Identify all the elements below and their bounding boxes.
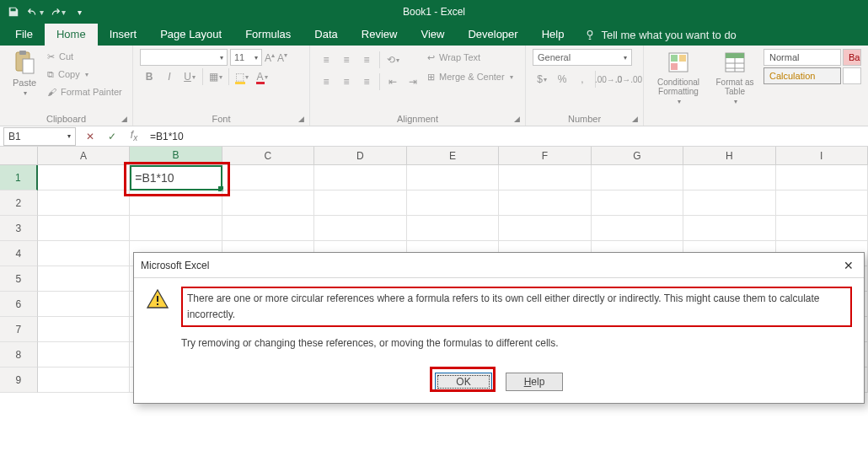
align-center-button[interactable]: ≡	[337, 73, 356, 90]
row-header[interactable]: 3	[0, 216, 38, 241]
tab-page-layout[interactable]: Page Layout	[148, 24, 233, 46]
cell[interactable]	[314, 165, 406, 190]
cell[interactable]	[683, 216, 775, 241]
style-normal[interactable]: Normal	[764, 49, 841, 66]
cell[interactable]	[776, 165, 868, 190]
cell[interactable]	[222, 216, 314, 241]
number-format-select[interactable]: General▾	[533, 49, 632, 66]
cell[interactable]	[38, 165, 130, 190]
col-header[interactable]: D	[314, 147, 406, 164]
dialog-launcher-icon[interactable]: ◢	[121, 115, 127, 123]
col-header[interactable]: I	[776, 147, 868, 164]
row-header[interactable]: 8	[0, 342, 38, 367]
paste-button[interactable]: Paste ▾	[7, 49, 42, 97]
style-bad[interactable]: Ba	[843, 49, 861, 66]
decrease-font-button[interactable]: A▾	[277, 51, 287, 64]
col-header[interactable]: E	[407, 147, 499, 164]
underline-button[interactable]: U▾	[180, 68, 199, 85]
cell[interactable]	[130, 216, 222, 241]
ok-button[interactable]: OK	[435, 373, 492, 391]
cell[interactable]	[499, 165, 591, 190]
dialog-launcher-icon[interactable]: ◢	[632, 115, 638, 123]
cell[interactable]	[38, 216, 130, 241]
col-header[interactable]: A	[38, 147, 130, 164]
tab-view[interactable]: View	[409, 24, 456, 46]
redo-button[interactable]: ▾	[47, 3, 67, 21]
wrap-text-button[interactable]: ↩Wrap Text	[427, 49, 513, 66]
cell[interactable]	[38, 367, 130, 393]
tab-review[interactable]: Review	[350, 24, 410, 46]
qat-customize-button[interactable]: ▾	[69, 3, 89, 21]
cell[interactable]	[38, 317, 130, 342]
cell[interactable]	[38, 292, 130, 317]
align-left-button[interactable]: ≡	[317, 73, 335, 90]
borders-button[interactable]: ▦▾	[206, 68, 225, 85]
row-header[interactable]: 7	[0, 317, 38, 342]
cell[interactable]	[592, 216, 683, 241]
percent-format-button[interactable]: %	[553, 71, 571, 88]
decrease-decimal-button[interactable]: .0→.00	[619, 71, 638, 88]
cell[interactable]	[407, 190, 499, 216]
merge-center-button[interactable]: ⊞Merge & Center▾	[427, 68, 513, 85]
col-header[interactable]: H	[683, 147, 775, 164]
font-color-button[interactable]: A▾	[253, 68, 271, 85]
row-header[interactable]: 1	[0, 165, 38, 190]
row-header[interactable]: 2	[0, 190, 38, 216]
font-name-select[interactable]: ▾	[140, 49, 228, 66]
col-header[interactable]: B	[130, 147, 222, 164]
enter-button[interactable]: ✓	[101, 127, 123, 146]
formula-input[interactable]: =B1*10	[145, 131, 868, 142]
cell[interactable]	[314, 216, 406, 241]
cell[interactable]	[314, 190, 406, 216]
orientation-button[interactable]: ⟲▾	[383, 51, 402, 68]
conditional-formatting-button[interactable]: Conditional Formatting▾	[651, 49, 706, 105]
tab-help[interactable]: Help	[530, 24, 576, 46]
cell[interactable]	[776, 190, 868, 216]
align-right-button[interactable]: ≡	[357, 73, 376, 90]
cell[interactable]	[38, 266, 130, 292]
cell[interactable]	[776, 216, 868, 241]
cell[interactable]	[499, 190, 591, 216]
font-size-select[interactable]: 11▾	[230, 49, 262, 66]
cell[interactable]	[38, 241, 130, 266]
col-header[interactable]: F	[499, 147, 591, 164]
cell[interactable]	[592, 190, 683, 216]
copy-button[interactable]: ⧉Copy▾	[47, 67, 122, 82]
cell[interactable]	[222, 190, 314, 216]
increase-indent-button[interactable]: ⇥	[404, 73, 422, 90]
tab-developer[interactable]: Developer	[456, 24, 529, 46]
cell[interactable]	[130, 190, 222, 216]
help-button[interactable]: Help	[506, 373, 563, 391]
col-header[interactable]: C	[222, 147, 314, 164]
style-calculation[interactable]: Calculation	[764, 67, 841, 84]
italic-button[interactable]: I	[160, 68, 179, 85]
tell-me-search[interactable]: Tell me what you want to do	[584, 29, 736, 46]
tab-formulas[interactable]: Formulas	[233, 24, 303, 46]
format-as-table-button[interactable]: Format as Table▾	[711, 49, 758, 105]
dialog-launcher-icon[interactable]: ◢	[298, 115, 304, 123]
cancel-button[interactable]: ✕	[79, 127, 101, 146]
cell[interactable]	[222, 165, 314, 190]
name-box[interactable]: B1▾	[3, 127, 76, 146]
cell[interactable]	[683, 190, 775, 216]
cell-active[interactable]: =B1*10	[130, 165, 222, 190]
cell[interactable]	[592, 165, 683, 190]
save-icon[interactable]	[3, 3, 24, 21]
insert-function-button[interactable]: fx	[123, 127, 145, 146]
cell[interactable]	[683, 165, 775, 190]
increase-font-button[interactable]: A▴	[265, 51, 275, 64]
cell[interactable]	[38, 342, 130, 367]
row-header[interactable]: 4	[0, 241, 38, 266]
accounting-format-button[interactable]: $▾	[533, 71, 551, 88]
decrease-indent-button[interactable]: ⇤	[383, 73, 402, 90]
row-header[interactable]: 5	[0, 266, 38, 292]
cell-styles-gallery[interactable]: Normal Ba Calculation	[764, 49, 861, 84]
align-top-button[interactable]: ≡	[317, 51, 335, 68]
fill-color-button[interactable]: ⬚▾	[233, 68, 251, 85]
tab-data[interactable]: Data	[303, 24, 349, 46]
row-header[interactable]: 6	[0, 292, 38, 317]
row-header[interactable]: 9	[0, 367, 38, 393]
cell[interactable]	[407, 216, 499, 241]
dialog-launcher-icon[interactable]: ◢	[514, 115, 520, 123]
cell[interactable]	[38, 190, 130, 216]
